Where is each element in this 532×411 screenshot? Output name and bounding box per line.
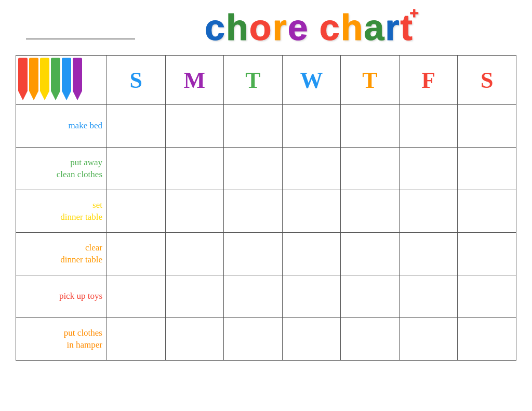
title-letter-c2: c (320, 9, 340, 46)
title-letter-r2: r (385, 9, 399, 46)
cell-cleardinner-tue[interactable] (224, 233, 283, 275)
cell-makebed-thu[interactable] (341, 105, 400, 148)
crayon-blue (62, 58, 71, 100)
cell-makebed-wed[interactable] (282, 105, 341, 148)
cell-putclothes-mon[interactable] (165, 318, 224, 361)
cell-pickuptoys-tue[interactable] (224, 275, 283, 318)
cell-makebed-mon[interactable] (165, 105, 224, 148)
cell-cleardinner-wed[interactable] (282, 233, 341, 275)
chore-label-makebed: make bed (16, 105, 107, 148)
cell-pickuptoys-fri[interactable] (399, 275, 458, 318)
cell-putaway-sun[interactable] (107, 148, 166, 190)
cell-putclothes-fri[interactable] (399, 318, 458, 361)
cell-pickuptoys-sat[interactable] (458, 275, 516, 318)
title-letter-c: c (205, 9, 225, 46)
cell-putclothes-thu[interactable] (341, 318, 400, 361)
cell-makebed-sun[interactable] (107, 105, 166, 148)
chore-label-cleardinner: cleardinner table (16, 233, 107, 275)
cell-cleardinner-sat[interactable] (458, 233, 516, 275)
title-letter-o1: o (249, 9, 272, 46)
day-header-thu: T (341, 56, 400, 105)
crayon-orange (29, 58, 38, 100)
cell-setdinner-thu[interactable] (341, 190, 400, 233)
crayons-group (18, 58, 100, 102)
day-header-mon: M (165, 56, 224, 105)
cell-putclothes-sun[interactable] (107, 318, 166, 361)
cell-pickuptoys-sun[interactable] (107, 275, 166, 318)
crayon-yellow (40, 58, 49, 100)
day-header-sun: S (107, 56, 166, 105)
day-header-fri: F (399, 56, 458, 105)
title-letter-t: t (401, 9, 413, 46)
chore-row-putclothes: put clothesin hamper (16, 318, 516, 361)
cell-setdinner-sat[interactable] (458, 190, 516, 233)
chore-label-pickuptoys: pick up toys (16, 275, 107, 318)
cell-pickuptoys-wed[interactable] (282, 275, 341, 318)
chore-row-putaway: put awayclean clothes (16, 148, 516, 190)
cell-makebed-fri[interactable] (399, 105, 458, 148)
crayons-header-cell (16, 56, 107, 105)
cell-setdinner-tue[interactable] (224, 190, 283, 233)
cell-cleardinner-sun[interactable] (107, 233, 166, 275)
chore-label-putclothes: put clothesin hamper (16, 318, 107, 361)
cell-cleardinner-fri[interactable] (399, 233, 458, 275)
cell-putclothes-wed[interactable] (282, 318, 341, 361)
chore-label-setdinner: setdinner table (16, 190, 107, 233)
cell-setdinner-mon[interactable] (165, 190, 224, 233)
name-line (26, 38, 135, 39)
cell-putaway-sat[interactable] (458, 148, 516, 190)
day-header-wed: W (282, 56, 341, 105)
cell-makebed-tue[interactable] (224, 105, 283, 148)
crayon-purple (73, 58, 82, 100)
title-letter-e: e (288, 9, 308, 46)
chore-row-pickuptoys: pick up toys (16, 275, 516, 318)
title-letter-r: r (273, 9, 287, 46)
cell-pickuptoys-mon[interactable] (165, 275, 224, 318)
cell-putaway-mon[interactable] (165, 148, 224, 190)
day-header-tue: T (224, 56, 283, 105)
cell-cleardinner-thu[interactable] (341, 233, 400, 275)
cell-putclothes-tue[interactable] (224, 318, 283, 361)
title-letter-a: a (364, 9, 384, 46)
cell-setdinner-wed[interactable] (282, 190, 341, 233)
header: c h o r e c h a r t (16, 9, 516, 46)
cell-putaway-thu[interactable] (341, 148, 400, 190)
header-row: S M T W T F S (16, 56, 516, 105)
cell-putaway-fri[interactable] (399, 148, 458, 190)
title-chore: c h o r e c h a r t (205, 9, 421, 46)
day-header-sat: S (458, 56, 516, 105)
chart-container: S M T W T F S make bed put awayclea (16, 55, 516, 402)
cell-pickuptoys-thu[interactable] (341, 275, 400, 318)
title-letter-h2: h (341, 9, 363, 46)
title-area: c h o r e c h a r t (205, 9, 421, 46)
chore-row-cleardinner: cleardinner table (16, 233, 516, 275)
chore-label-putaway: put awayclean clothes (16, 148, 107, 190)
cell-setdinner-fri[interactable] (399, 190, 458, 233)
cell-putaway-tue[interactable] (224, 148, 283, 190)
chore-table: S M T W T F S make bed put awayclea (16, 55, 516, 361)
cell-makebed-sat[interactable] (458, 105, 516, 148)
cell-putaway-wed[interactable] (282, 148, 341, 190)
cell-setdinner-sun[interactable] (107, 190, 166, 233)
crayon-red (18, 58, 28, 100)
cell-cleardinner-mon[interactable] (165, 233, 224, 275)
title-letter-h: h (226, 9, 248, 46)
crayon-green (51, 58, 60, 100)
chore-row-makebed: make bed (16, 105, 516, 148)
chore-row-setdinner: setdinner table (16, 190, 516, 233)
cell-putclothes-sat[interactable] (458, 318, 516, 361)
